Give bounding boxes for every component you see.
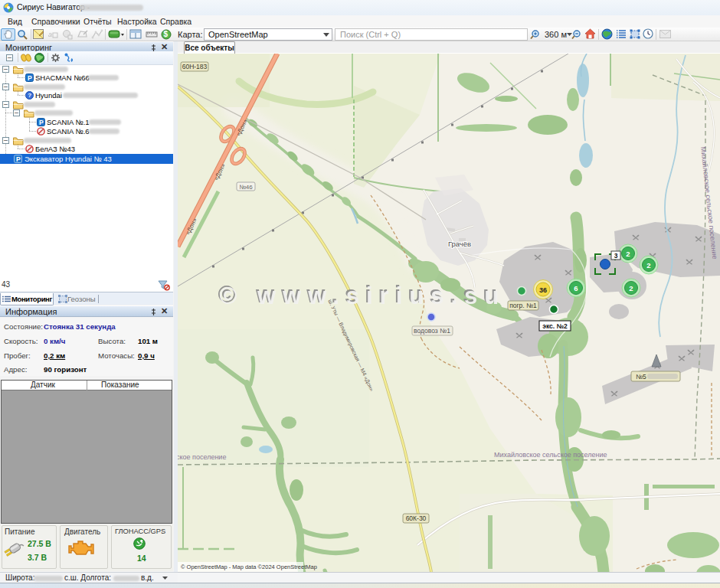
svg-text:2: 2 xyxy=(646,261,650,270)
svg-text:36: 36 xyxy=(539,286,547,294)
svg-text:?: ? xyxy=(28,92,31,99)
svg-text:3: 3 xyxy=(614,252,618,260)
svg-text:2: 2 xyxy=(629,284,633,292)
svg-text:водовоз №1: водовоз №1 xyxy=(414,327,450,335)
svg-text:a: a xyxy=(48,31,52,38)
svg-text:© OpenStreetMap - Map data ©20: © OpenStreetMap - Map data ©2024 OpenStr… xyxy=(181,564,317,570)
svg-text:№46: №46 xyxy=(239,184,253,191)
svg-text:экс. №2: экс. №2 xyxy=(542,322,568,330)
svg-text:6: 6 xyxy=(574,284,578,292)
svg-text:погр. №1: погр. №1 xyxy=(509,302,537,309)
svg-text:№5: №5 xyxy=(636,373,646,381)
svg-text:P: P xyxy=(28,74,32,82)
svg-text:$: $ xyxy=(164,30,169,38)
svg-text:P: P xyxy=(16,155,21,163)
svg-text:ское поселение: ское поселение xyxy=(178,453,226,461)
svg-text:60Н-183: 60Н-183 xyxy=(182,63,208,70)
svg-text:Грачёв: Грачёв xyxy=(448,240,471,248)
svg-text:60К-30: 60К-30 xyxy=(406,514,427,522)
svg-text:2: 2 xyxy=(626,250,630,258)
svg-text:Михайловское сельское поселени: Михайловское сельское поселение xyxy=(494,451,607,459)
svg-text:© www.sirius.su: © www.sirius.su xyxy=(220,283,506,309)
svg-text:P: P xyxy=(39,119,44,126)
